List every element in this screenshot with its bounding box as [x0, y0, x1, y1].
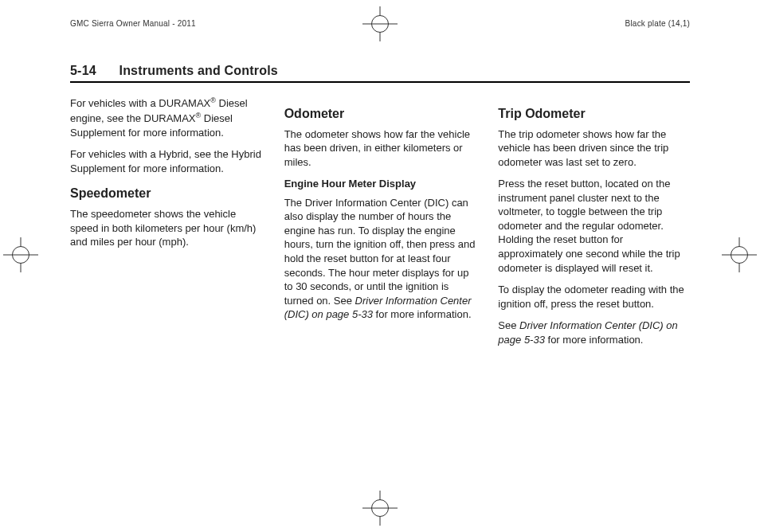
trip-odometer-p4: See Driver Information Center (DIC) on p… [498, 319, 690, 346]
trip-odometer-p1: The trip odometer shows how far the vehi… [498, 127, 690, 170]
registration-mark-top [362, 6, 398, 41]
registration-mark-right [722, 237, 757, 272]
registration-mark-left [3, 237, 38, 272]
section-title: Instruments and Controls [119, 64, 277, 77]
hybrid-note: For vehicles with a Hybrid, see the Hybr… [70, 147, 262, 175]
heading-engine-hour: Engine Hour Meter Display [284, 177, 476, 191]
plate-info: Black plate (14,1) [625, 19, 690, 28]
column-3: Trip Odometer The trip odometer shows ho… [498, 96, 690, 354]
column-2: Odometer The odometer shows how far the … [284, 96, 476, 354]
engine-hour-text: The Driver Information Center (DIC) can … [284, 196, 476, 322]
section-number: 5-14 [70, 64, 96, 77]
column-1: For vehicles with a DURAMAX® Diesel engi… [70, 96, 262, 354]
columns: For vehicles with a DURAMAX® Diesel engi… [70, 96, 690, 354]
trip-odometer-p3: To display the odometer reading with the… [498, 283, 690, 311]
duramax-note: For vehicles with a DURAMAX® Diesel engi… [70, 96, 262, 139]
heading-trip-odometer: Trip Odometer [498, 105, 690, 123]
page-body: 5-14 Instruments and Controls For vehicl… [70, 64, 690, 500]
header-rule [70, 81, 690, 83]
speedometer-text: The speedometer shows the vehicle speed … [70, 207, 262, 249]
heading-odometer: Odometer [284, 105, 476, 123]
trip-odometer-p2: Press the reset button, located on the i… [498, 177, 690, 275]
heading-speedometer: Speedometer [70, 185, 262, 202]
section-header: 5-14 Instruments and Controls [70, 64, 690, 78]
manual-title: GMC Sierra Owner Manual - 2011 [70, 19, 196, 28]
odometer-text: The odometer shows how far the vehicle h… [284, 127, 476, 170]
